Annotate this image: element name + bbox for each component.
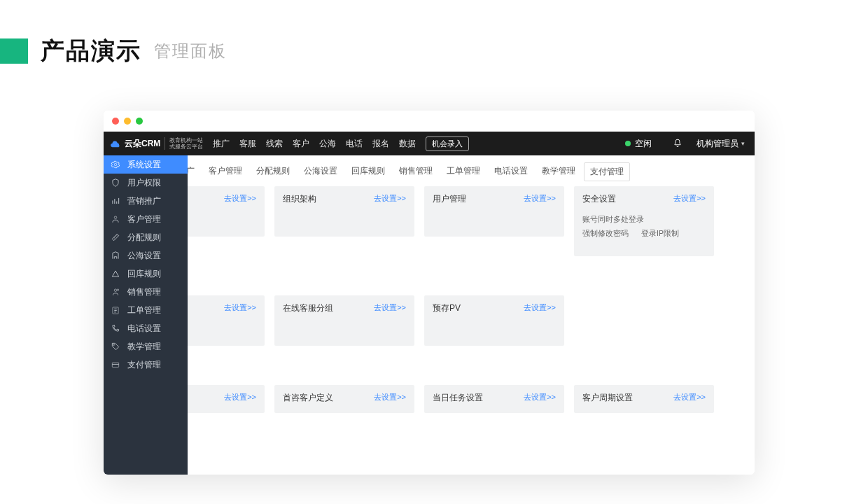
- sidebar-item-label: 回库规则: [127, 268, 161, 280]
- subtab-2[interactable]: 分配规则: [251, 162, 295, 181]
- sidebar-item-label: 教学管理: [127, 341, 161, 353]
- status-indicator[interactable]: 空闲: [625, 138, 652, 150]
- window-minimize-dot[interactable]: [124, 118, 131, 125]
- chevron-down-icon: ▾: [741, 140, 745, 147]
- sidebar-item-10[interactable]: 教学管理: [104, 337, 188, 356]
- svg-point-1: [114, 216, 117, 219]
- ruler-icon: [111, 232, 120, 242]
- subtab-9[interactable]: 支付管理: [584, 162, 630, 181]
- sidebar-item-label: 用户权限: [127, 177, 161, 189]
- sidebar-item-label: 支付管理: [127, 359, 161, 371]
- card-sub-item[interactable]: 账号同时多处登录: [582, 215, 644, 225]
- go-settings-link[interactable]: 去设置>>: [524, 193, 556, 204]
- sidebar-item-8[interactable]: 工单管理: [104, 301, 188, 319]
- nav-customer[interactable]: 客户: [293, 138, 309, 150]
- chart-icon: [111, 196, 120, 206]
- svg-point-3: [117, 289, 118, 290]
- settings-card-pv: 预存PV 去设置>>: [424, 295, 564, 346]
- shield-icon: [111, 178, 120, 188]
- brand-name: 云朵CRM: [125, 138, 160, 150]
- sidebar-item-1[interactable]: 用户权限: [104, 174, 188, 192]
- heading-accent-bar: [0, 38, 28, 64]
- opportunity-entry-button[interactable]: 机会录入: [426, 136, 469, 151]
- card-row-2: 去设置>> 在线客服分组 去设置>> 预存PV 去设置>>: [188, 295, 755, 346]
- subtab-4[interactable]: 回库规则: [346, 162, 391, 181]
- card-sub-item[interactable]: 强制修改密码: [582, 229, 629, 239]
- sidebar-item-label: 系统设置: [127, 159, 161, 171]
- go-settings-link[interactable]: 去设置>>: [673, 392, 706, 402]
- sidebar-item-7[interactable]: 销售管理: [104, 283, 188, 301]
- sidebar-item-label: 电话设置: [127, 323, 161, 335]
- user-menu[interactable]: 机构管理员 ▾: [696, 138, 745, 150]
- sidebar-item-3[interactable]: 客户管理: [104, 210, 188, 228]
- sidebar-item-0[interactable]: 系统设置: [104, 155, 188, 174]
- sidebar-item-2[interactable]: 营销推广: [104, 192, 188, 210]
- card-sub-item[interactable]: 登录IP限制: [641, 229, 679, 239]
- settings-card-daily-task: 当日任务设置 去设置>>: [424, 385, 564, 413]
- settings-icon: [111, 160, 120, 169]
- sidebar-item-4[interactable]: 分配规则: [104, 228, 188, 246]
- card-subitems: 账号同时多处登录: [582, 215, 706, 225]
- heading-sub: 管理面板: [154, 40, 227, 62]
- sidebar-item-6[interactable]: 回库规则: [104, 265, 188, 283]
- window-zoom-dot[interactable]: [136, 118, 143, 125]
- user-label: 机构管理员: [696, 138, 738, 150]
- go-settings-link[interactable]: 去设置>>: [224, 392, 256, 402]
- sidebar-item-9[interactable]: 电话设置: [104, 319, 188, 337]
- sidebar-item-11[interactable]: 支付管理: [104, 356, 188, 374]
- ticket-icon: [111, 305, 120, 315]
- card-row-3: 去设置>> 首咨客户定义 去设置>> 当日任务设置 去设置>> 客户周期设置 去…: [188, 385, 755, 413]
- topnav: 云朵CRM 教育机构一站 式服务云平台 推广 客服 线索 客户 公海 电话 报名…: [104, 132, 755, 155]
- subtab-5[interactable]: 销售管理: [393, 162, 438, 181]
- settings-card-online-group: 在线客服分组 去设置>>: [274, 295, 414, 346]
- cards-area: 去设置>> 组织架构 去设置>> 用户管理 去设置>> 安全设置 去设置>>: [188, 186, 755, 475]
- brand-tagline: 教育机构一站 式服务云平台: [164, 137, 203, 150]
- subtab-8[interactable]: 教学管理: [536, 162, 581, 181]
- status-label: 空闲: [635, 138, 652, 150]
- window-close-dot[interactable]: [112, 118, 119, 125]
- go-settings-link[interactable]: 去设置>>: [374, 392, 406, 402]
- sidebar-item-label: 营销推广: [127, 195, 161, 207]
- go-settings-link[interactable]: 去设置>>: [524, 302, 556, 313]
- go-settings-link[interactable]: 去设置>>: [673, 193, 706, 204]
- go-settings-link[interactable]: 去设置>>: [374, 302, 406, 313]
- nav-data[interactable]: 数据: [399, 138, 416, 150]
- settings-card: 去设置>>: [188, 295, 265, 346]
- subtab-3[interactable]: 公海设置: [298, 162, 343, 181]
- go-settings-link[interactable]: 去设置>>: [374, 193, 406, 204]
- sidebar-item-label: 客户管理: [127, 214, 161, 225]
- bell-icon[interactable]: [673, 139, 682, 148]
- go-settings-link[interactable]: 去设置>>: [224, 302, 256, 313]
- nav-enroll[interactable]: 报名: [372, 138, 389, 150]
- status-dot-icon: [625, 141, 631, 146]
- settings-card-org: 组织架构 去设置>>: [274, 186, 414, 237]
- settings-card-customer-cycle: 客户周期设置 去设置>>: [574, 385, 714, 413]
- sidebar-item-label: 工单管理: [127, 304, 161, 316]
- subtab-0[interactable]: 广: [188, 162, 200, 181]
- nav-service[interactable]: 客服: [239, 138, 256, 150]
- svg-point-5: [113, 344, 115, 346]
- settings-card: 去设置>>: [188, 186, 265, 237]
- subtabs: 广客户管理分配规则公海设置回库规则销售管理工单管理电话设置教学管理支付管理: [188, 155, 755, 188]
- go-settings-link[interactable]: 去设置>>: [224, 193, 256, 204]
- app-window: 云朵CRM 教育机构一站 式服务云平台 推广 客服 线索 客户 公海 电话 报名…: [104, 111, 755, 475]
- subtab-7[interactable]: 电话设置: [489, 162, 533, 181]
- sidebar-item-5[interactable]: 公海设置: [104, 246, 188, 265]
- nav-promote[interactable]: 推广: [213, 138, 230, 150]
- brand-logo[interactable]: 云朵CRM 教育机构一站 式服务云平台: [109, 137, 203, 150]
- nav-leads[interactable]: 线索: [266, 138, 283, 150]
- building-icon: [111, 251, 120, 260]
- person-icon: [111, 214, 120, 224]
- sidebar-item-label: 销售管理: [127, 286, 161, 298]
- subtab-6[interactable]: 工单管理: [441, 162, 486, 181]
- svg-rect-6: [112, 363, 118, 367]
- nav-public[interactable]: 公海: [319, 138, 336, 150]
- card-icon: [111, 360, 120, 370]
- cloud-logo-icon: [109, 137, 122, 150]
- sidebar-item-label: 分配规则: [127, 232, 161, 244]
- subtab-1[interactable]: 客户管理: [203, 162, 248, 181]
- topnav-items: 推广 客服 线索 客户 公海 电话 报名 数据: [213, 138, 416, 150]
- nav-phone[interactable]: 电话: [346, 138, 363, 150]
- settings-card: 去设置>>: [188, 385, 265, 413]
- go-settings-link[interactable]: 去设置>>: [524, 392, 556, 402]
